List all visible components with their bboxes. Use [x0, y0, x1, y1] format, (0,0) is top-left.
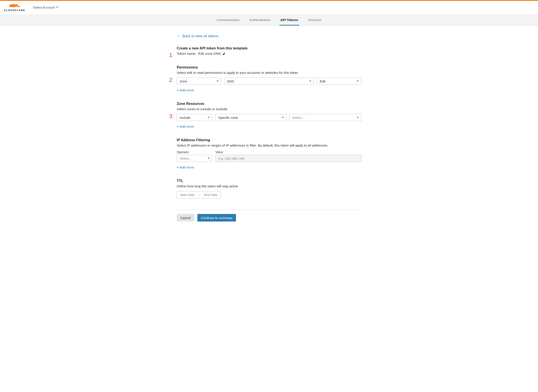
page-content: ← Back to view all tokens 1 Create a new…	[177, 26, 361, 230]
section-ttl: TTL Define how long this token will stay…	[177, 179, 361, 199]
section-ip-filter: IP Address Filtering Select IP addresses…	[177, 138, 361, 169]
annotation-2: 2	[169, 76, 172, 83]
zone-scope-value: Specific zone	[218, 116, 238, 120]
ttl-title: TTL	[177, 179, 361, 183]
permissions-title: Permissions	[177, 65, 361, 69]
brand-logo[interactable]: CLOUDFLARE	[4, 3, 25, 12]
permissions-scope-value: Zone	[180, 79, 187, 83]
header: CLOUDFLARE Select Account	[0, 1, 538, 15]
arrow-left-icon: ←	[177, 34, 181, 38]
caret-down-icon	[56, 7, 58, 8]
add-more-label: Add more	[180, 125, 194, 128]
cloudflare-cloud-icon	[9, 3, 21, 9]
token-name-label: Token name:	[177, 52, 196, 56]
account-selector[interactable]: Select Account	[33, 5, 58, 9]
zone-select-placeholder: Select...	[292, 116, 304, 120]
add-more-label: Add more	[180, 165, 194, 169]
operator-label: Operator	[177, 150, 212, 154]
tabs-bar: Communication Authentication API Tokens …	[0, 15, 538, 26]
tab-api-tokens[interactable]: API Tokens	[279, 18, 299, 25]
permissions-resource-select[interactable]: DNS	[224, 78, 314, 85]
permissions-add-more[interactable]: + Add more	[177, 88, 194, 92]
permissions-level-value: Edit	[320, 79, 326, 83]
token-name-value: Edit zone DNS	[198, 52, 221, 56]
ttl-date-range[interactable]: Start Date → End Date	[177, 191, 221, 199]
ip-value-input[interactable]	[215, 155, 361, 162]
section-zone-resources: 3 Zone Resources Select zones to include…	[177, 102, 361, 128]
create-title: Create a new API token from this templat…	[177, 46, 361, 50]
zone-add-more[interactable]: + Add more	[177, 125, 194, 128]
continue-button[interactable]: Continue to summary	[197, 214, 236, 221]
permissions-scope-select[interactable]: Zone	[177, 78, 221, 85]
caret-down-icon	[309, 80, 311, 82]
annotation-3: 3	[169, 113, 172, 120]
zone-resources-title: Zone Resources	[177, 102, 361, 106]
ip-add-more[interactable]: + Add more	[177, 165, 194, 169]
plus-icon: +	[177, 88, 179, 92]
edit-icon[interactable]	[222, 52, 226, 56]
caret-down-icon	[216, 80, 219, 82]
caret-down-icon	[357, 117, 359, 118]
ip-filter-title: IP Address Filtering	[177, 138, 361, 142]
value-label: Value	[215, 150, 223, 154]
permissions-desc: Select edit or read permissions to apply…	[177, 71, 361, 75]
section-permissions: 2 Permissions Select edit or read permis…	[177, 65, 361, 92]
footer-actions: Cancel Continue to summary	[177, 214, 361, 221]
zone-mode-select[interactable]: Include	[177, 114, 212, 121]
tab-sessions[interactable]: Sessions	[307, 18, 323, 25]
brand-text: CLOUDFLARE	[4, 9, 25, 12]
caret-down-icon	[208, 117, 210, 118]
footer-divider	[177, 210, 361, 210]
permissions-resource-value: DNS	[227, 79, 234, 83]
zone-resources-desc: Select zones to include or exclude.	[177, 107, 361, 111]
arrow-right-icon: →	[198, 193, 201, 197]
plus-icon: +	[177, 165, 179, 169]
annotation-1: 1	[169, 52, 172, 59]
tab-authentication[interactable]: Authentication	[249, 18, 271, 25]
cancel-button[interactable]: Cancel	[177, 214, 194, 221]
ip-operator-select[interactable]: Select...	[177, 155, 212, 162]
zone-scope-select[interactable]: Specific zone	[215, 114, 286, 121]
caret-down-icon	[208, 158, 210, 159]
ttl-desc: Define how long this token will stay act…	[177, 184, 361, 188]
ttl-end-placeholder: End Date	[204, 193, 217, 197]
add-more-label: Add more	[180, 88, 194, 92]
permissions-level-select[interactable]: Edit	[317, 78, 361, 85]
ip-filter-desc: Select IP addresses or ranges of IP addr…	[177, 144, 361, 147]
back-link-label: Back to view all tokens	[182, 34, 218, 38]
back-link[interactable]: ← Back to view all tokens	[177, 34, 218, 38]
caret-down-icon	[357, 80, 359, 82]
zone-mode-value: Include	[180, 116, 190, 120]
caret-down-icon	[282, 117, 284, 118]
account-selector-label: Select Account	[33, 5, 55, 9]
section-create: 1 Create a new API token from this templ…	[177, 46, 361, 56]
zone-select[interactable]: Select...	[289, 114, 361, 121]
tab-communication[interactable]: Communication	[216, 18, 241, 25]
plus-icon: +	[177, 125, 179, 128]
ip-operator-placeholder: Select...	[180, 157, 192, 160]
ttl-start-placeholder: Start Date	[180, 193, 195, 197]
